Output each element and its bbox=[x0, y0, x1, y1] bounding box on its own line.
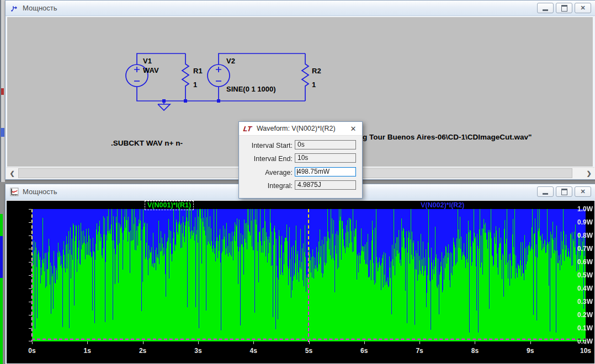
dialog-close-icon[interactable]: ✕ bbox=[349, 125, 358, 132]
y-tick-label: 0.6W bbox=[573, 258, 593, 266]
minimize-icon bbox=[543, 193, 548, 195]
close-button[interactable]: ✕ bbox=[575, 186, 591, 197]
interval-start-label: Interval Start: bbox=[239, 141, 293, 150]
waveform-window: Мощность ✕ 1.0W0.9W0.8W0.7W0.6W0.5W0.4W0… bbox=[5, 184, 595, 364]
y-tick-label: 1.0W bbox=[573, 205, 593, 213]
restore-button[interactable] bbox=[556, 186, 572, 197]
schematic-window-title: Мощность bbox=[23, 4, 537, 12]
dialog-titlebar[interactable]: LT Waveform: V(N002)*I(R2) ✕ bbox=[239, 122, 362, 136]
spice-line-wavefile-continuation[interactable]: g Tour Buenos Aires-06\CD-1\CDImageCut.w… bbox=[363, 133, 532, 141]
v1-value-label[interactable]: WAV bbox=[143, 66, 159, 74]
x-tick-label: 5s bbox=[298, 347, 320, 355]
r1-name-label[interactable]: R1 bbox=[193, 67, 203, 75]
x-tick-label: 10s bbox=[575, 347, 595, 355]
r2-name-label[interactable]: R2 bbox=[312, 67, 321, 75]
minimize-icon bbox=[543, 9, 548, 11]
average-field[interactable]: 498.75mW bbox=[295, 167, 356, 176]
y-tick-label: 0.2W bbox=[573, 311, 593, 319]
x-tick-label: 9s bbox=[519, 347, 541, 355]
waveform-doc-icon bbox=[10, 188, 19, 196]
x-tick-label: 3s bbox=[187, 347, 209, 355]
r1-value-label[interactable]: 1 bbox=[193, 81, 197, 89]
background-window-mark-red bbox=[1, 88, 4, 95]
cursor-line-5s[interactable] bbox=[308, 209, 309, 342]
scroll-right-arrow-icon[interactable]: ❯ bbox=[583, 168, 594, 179]
x-tick-label: 0s bbox=[21, 347, 43, 355]
x-tick-label: 1s bbox=[76, 347, 98, 355]
lt-logo-icon: LT bbox=[243, 125, 252, 133]
waveform-stats-dialog: LT Waveform: V(N002)*I(R2) ✕ Interval St… bbox=[238, 121, 363, 199]
spice-line-subckt[interactable]: .SUBCKT WAV n+ n- bbox=[111, 138, 224, 148]
restore-icon bbox=[561, 5, 567, 12]
integral-field[interactable]: 4.9875J bbox=[295, 180, 356, 190]
y-tick-label: 0.3W bbox=[573, 298, 593, 306]
average-value: 498.75mW bbox=[298, 168, 330, 175]
scroll-left-arrow-icon[interactable]: ❮ bbox=[7, 168, 18, 179]
schematic-doc-icon bbox=[10, 4, 19, 13]
plot-area[interactable]: 1.0W0.9W0.8W0.7W0.6W0.5W0.4W0.3W0.2W0.1W… bbox=[7, 201, 594, 363]
v2-value-label[interactable]: SINE(0 1 1000) bbox=[226, 85, 276, 93]
circuit-drawing[interactable] bbox=[108, 47, 329, 122]
schematic-window-titlebar[interactable]: Мощность ✕ bbox=[6, 1, 595, 16]
x-tick-label: 6s bbox=[353, 347, 375, 355]
trace-label-vn001-ir1[interactable]: V(N001)*I(R1) bbox=[145, 201, 194, 210]
y-tick-label: 0.4W bbox=[573, 285, 593, 292]
close-icon: ✕ bbox=[580, 189, 585, 195]
close-icon: ✕ bbox=[580, 5, 585, 11]
y-tick-label: 0.5W bbox=[573, 271, 593, 279]
x-tick-label: 4s bbox=[242, 347, 264, 355]
cursor-line-0s[interactable] bbox=[31, 209, 33, 342]
background-window-mark-blue bbox=[1, 128, 4, 137]
minimize-button[interactable] bbox=[537, 3, 554, 13]
x-tick-label: 2s bbox=[132, 347, 154, 355]
x-tick-label: 7s bbox=[408, 347, 431, 355]
minimize-button[interactable] bbox=[537, 186, 554, 197]
dialog-title: Waveform: V(N002)*I(R2) bbox=[257, 125, 349, 132]
restore-button[interactable] bbox=[556, 3, 572, 13]
trace-label-vn002-ir2[interactable]: V(N002)*I(R2) bbox=[421, 201, 464, 210]
close-button[interactable]: ✕ bbox=[575, 3, 591, 13]
interval-end-field[interactable]: 10s bbox=[295, 153, 356, 163]
v2-name-label[interactable]: V2 bbox=[226, 57, 235, 65]
y-tick-label: 0.9W bbox=[573, 218, 593, 226]
y-tick-label: 0.8W bbox=[573, 232, 593, 239]
interval-end-label: Interval End: bbox=[239, 154, 293, 163]
y-tick-label: 0.7W bbox=[573, 245, 593, 253]
y-tick-label: 0.1W bbox=[573, 324, 593, 332]
background-plot-sliver-blue bbox=[0, 236, 3, 278]
interval-start-field[interactable]: 0s bbox=[295, 140, 356, 149]
ltspice-workspace: Мощность ✕ bbox=[0, 0, 595, 364]
text-caret bbox=[297, 169, 298, 175]
r2-value-label[interactable]: 1 bbox=[312, 81, 316, 89]
x-tick-label: 8s bbox=[464, 347, 486, 355]
average-label: Average: bbox=[239, 168, 293, 177]
integral-label: Integral: bbox=[239, 181, 293, 190]
v1-name-label[interactable]: V1 bbox=[143, 57, 152, 65]
restore-icon bbox=[561, 189, 567, 195]
cursor-line-0w[interactable] bbox=[31, 339, 586, 340]
